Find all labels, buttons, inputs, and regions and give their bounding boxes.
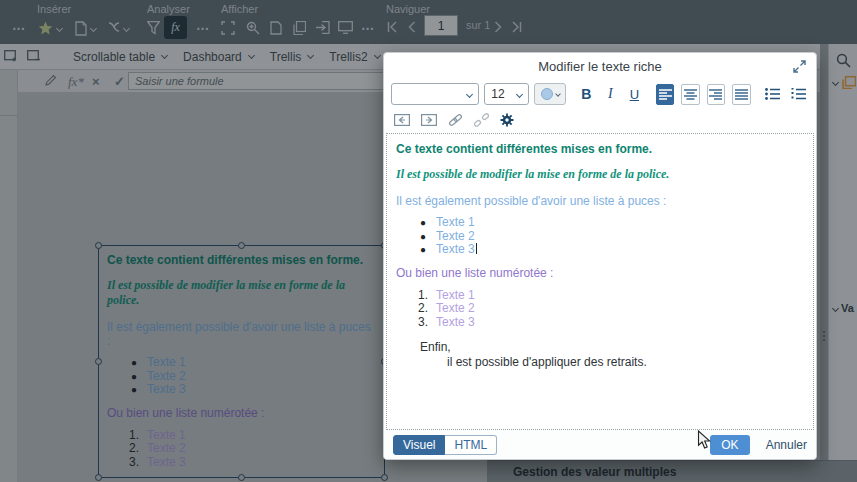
visual-mode-tab[interactable]: Visuel: [393, 435, 445, 455]
chevron-down-icon: [555, 91, 561, 97]
font-family-select[interactable]: [391, 83, 479, 105]
bullet-glyph: ●: [418, 243, 436, 257]
font-color-picker[interactable]: [534, 83, 565, 105]
richtext-heading: Ce texte contient différentes mises en f…: [396, 142, 804, 156]
richtext-edit-area[interactable]: Ce texte contient différentes mises en f…: [386, 133, 814, 430]
richtext-indent-1: Enfin,: [420, 340, 804, 354]
text-caret: [476, 243, 477, 254]
bullet-list: ●Texte 1 ●Texte 2 ●Texte 3: [396, 216, 804, 257]
bullet-glyph: ●: [418, 230, 436, 244]
cancel-button[interactable]: Annuler: [766, 438, 807, 452]
ok-button[interactable]: OK: [710, 435, 749, 455]
unlink-icon[interactable]: [474, 113, 489, 127]
bullet-glyph: ●: [418, 216, 436, 230]
color-swatch: [541, 88, 553, 100]
expand-dialog-icon[interactable]: [793, 60, 806, 73]
html-mode-tab[interactable]: HTML: [445, 435, 497, 455]
indent-button[interactable]: [421, 114, 437, 126]
underline-button[interactable]: U: [625, 83, 644, 105]
bullet-list-button[interactable]: [763, 83, 784, 105]
richtext-indent-2: il est possible d'appliquer des retraits…: [447, 355, 804, 369]
richtext-italic-line: Il est possible de modifier la mise en f…: [396, 167, 804, 182]
dialog-toolbar-row1: 12 B I U: [384, 81, 816, 107]
richtext-bullets-intro: Il est également possible d'avoir une li…: [396, 194, 804, 208]
align-center-button[interactable]: [681, 84, 699, 105]
bold-button[interactable]: B: [577, 83, 596, 105]
align-left-button[interactable]: [656, 84, 674, 105]
mouse-cursor: [697, 430, 711, 450]
numbered-list-button[interactable]: [788, 83, 809, 105]
richtext-numbered-intro: Ou bien une liste numérotée :: [396, 266, 804, 280]
app-window: Insérer Analyser Afficher Naviguer ⋯ fx …: [0, 0, 857, 482]
italic-button[interactable]: I: [601, 83, 620, 105]
align-justify-button[interactable]: [732, 84, 750, 105]
rich-text-editor-dialog: Modifier le texte riche 12 B I U: [383, 52, 817, 460]
dialog-footer: Visuel HTML OK Annuler: [384, 431, 816, 459]
link-icon[interactable]: [448, 113, 463, 127]
dialog-toolbar-row2: [384, 108, 816, 132]
align-right-button[interactable]: [707, 84, 725, 105]
settings-gear-icon[interactable]: [500, 113, 514, 127]
outdent-button[interactable]: [394, 114, 410, 126]
numbered-list: 1.Texte 1 2.Texte 2 3.Texte 3: [396, 289, 804, 330]
dialog-title: Modifier le texte riche: [384, 53, 816, 80]
chevron-down-icon: [466, 90, 473, 97]
chevron-down-icon: [516, 90, 523, 97]
font-size-select[interactable]: 12: [484, 83, 529, 105]
